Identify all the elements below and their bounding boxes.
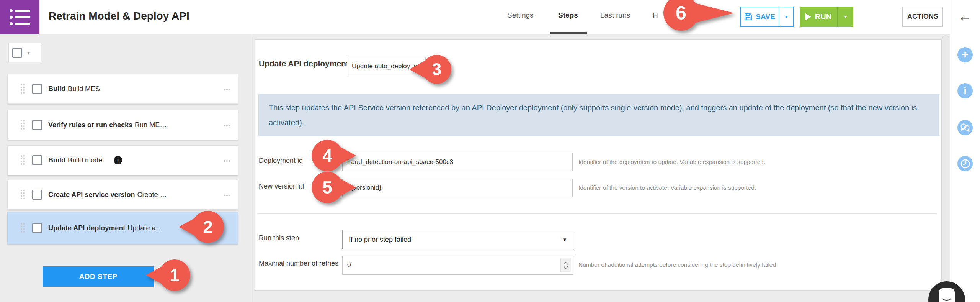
actions-label: ACTIONS bbox=[907, 13, 938, 21]
run-this-step-value: If no prior step failed bbox=[349, 236, 411, 244]
save-floppy-icon bbox=[744, 13, 752, 21]
right-rail bbox=[950, 0, 980, 302]
drag-handle-icon[interactable] bbox=[21, 190, 25, 200]
tab-history[interactable]: H bbox=[653, 11, 658, 20]
step-menu-icon[interactable] bbox=[224, 89, 231, 90]
run-this-step-select[interactable]: If no prior step failed ▼ bbox=[342, 230, 573, 249]
step-settings-panel: Update API deployment This step updates … bbox=[255, 39, 942, 291]
max-retries-label: Maximal number of retries bbox=[259, 259, 338, 268]
deployment-id-input[interactable] bbox=[342, 153, 573, 171]
clock-icon bbox=[960, 159, 970, 169]
save-button[interactable]: SAVE bbox=[741, 7, 779, 26]
active-tab-underline bbox=[550, 32, 587, 34]
top-header: Retrain Model & Deploy API Settings Step… bbox=[0, 0, 950, 34]
new-version-id-label: New version id bbox=[259, 182, 304, 190]
tab-steps[interactable]: Steps bbox=[558, 11, 578, 20]
warning-icon: ! bbox=[114, 156, 122, 164]
step-checkbox[interactable] bbox=[32, 84, 42, 94]
deployment-id-help: Identifier of the deployment to update. … bbox=[578, 159, 765, 166]
scenario-list-icon[interactable] bbox=[0, 0, 39, 34]
page-title: Retrain Model & Deploy API bbox=[49, 10, 189, 22]
step-checkbox[interactable] bbox=[32, 120, 42, 130]
play-icon bbox=[805, 13, 811, 20]
discussions-icon[interactable] bbox=[957, 120, 973, 135]
step-label: Update API deploymentUpdate a… bbox=[48, 224, 162, 232]
plus-icon[interactable]: + bbox=[957, 47, 973, 62]
step-card-build-model[interactable]: BuildBuild model ! bbox=[7, 145, 238, 175]
save-dropdown-button[interactable]: ▼ bbox=[779, 7, 793, 26]
section-divider bbox=[258, 213, 937, 214]
run-label: RUN bbox=[815, 12, 831, 21]
list-icon bbox=[9, 8, 31, 26]
chat-bubbles-icon bbox=[960, 123, 970, 132]
step-label: BuildBuild MES bbox=[48, 85, 100, 93]
step-card-build-mes[interactable]: BuildBuild MES bbox=[7, 74, 238, 104]
add-step-button[interactable]: ADD STEP bbox=[43, 266, 154, 287]
stepper-up-icon bbox=[564, 262, 568, 265]
step-label: Verify rules or run checksRun ME… bbox=[48, 121, 167, 129]
max-retries-field bbox=[342, 256, 573, 275]
drag-handle-icon[interactable] bbox=[21, 84, 25, 94]
scenario-editor-screen: Retrain Model & Deploy API Settings Step… bbox=[0, 0, 980, 302]
save-split-button: SAVE ▼ bbox=[740, 7, 794, 27]
run-this-step-label: Run this step bbox=[259, 234, 299, 242]
step-checkbox[interactable] bbox=[32, 190, 42, 200]
run-dropdown-button[interactable]: ▼ bbox=[838, 7, 853, 27]
annotation-badge-3: 3 bbox=[422, 55, 451, 84]
chevron-down-icon[interactable]: ▼ bbox=[26, 51, 31, 55]
save-label: SAVE bbox=[756, 13, 775, 21]
vertical-scrollbar[interactable] bbox=[942, 35, 949, 289]
annotation-badge-2: 2 bbox=[192, 211, 224, 243]
new-version-id-help: Identifier of the version to activate. V… bbox=[578, 184, 756, 191]
new-version-id-input[interactable] bbox=[342, 179, 573, 197]
step-info-box: This step updates the API Service versio… bbox=[258, 94, 939, 136]
step-label: Create API service versionCreate … bbox=[48, 191, 167, 199]
max-retries-input[interactable] bbox=[342, 256, 573, 275]
max-retries-help: Number of additional attempts before con… bbox=[578, 261, 776, 268]
chevron-down-icon: ▼ bbox=[784, 14, 789, 20]
quantity-stepper[interactable] bbox=[560, 258, 571, 272]
select-all-checkbox[interactable] bbox=[12, 48, 22, 58]
annotation-badge-5: 5 bbox=[312, 172, 343, 203]
history-clock-icon[interactable] bbox=[957, 156, 973, 171]
annotation-badge-4: 4 bbox=[312, 140, 343, 171]
chat-widget-smile bbox=[942, 296, 951, 301]
actions-button[interactable]: ACTIONS bbox=[902, 7, 943, 27]
chevron-down-icon: ▼ bbox=[562, 237, 567, 243]
stepper-down-icon bbox=[564, 266, 568, 269]
step-card-create-api-version[interactable]: Create API service versionCreate … bbox=[7, 180, 238, 210]
step-menu-icon[interactable] bbox=[224, 125, 231, 126]
drag-handle-icon[interactable] bbox=[21, 223, 25, 233]
deployment-id-label: Deployment id bbox=[259, 157, 303, 165]
back-arrow-icon[interactable]: ← bbox=[958, 8, 972, 25]
drag-handle-icon[interactable] bbox=[21, 120, 25, 130]
tab-last-runs[interactable]: Last runs bbox=[600, 11, 630, 20]
run-button[interactable]: RUN bbox=[800, 7, 838, 27]
step-heading: Update API deployment bbox=[259, 59, 349, 68]
select-all-control: ▼ bbox=[8, 43, 41, 62]
run-split-button: RUN ▼ bbox=[800, 7, 853, 27]
step-menu-icon[interactable] bbox=[224, 160, 231, 162]
info-icon[interactable]: i bbox=[957, 83, 973, 98]
annotation-badge-1: 1 bbox=[159, 259, 190, 291]
step-menu-icon[interactable] bbox=[224, 195, 231, 196]
step-card-verify-rules[interactable]: Verify rules or run checksRun ME… bbox=[7, 110, 238, 140]
step-checkbox[interactable] bbox=[32, 155, 42, 165]
tab-settings[interactable]: Settings bbox=[507, 11, 534, 20]
drag-handle-icon[interactable] bbox=[21, 155, 25, 165]
sidebar-divider bbox=[252, 34, 252, 302]
step-label: BuildBuild model bbox=[48, 156, 104, 164]
chevron-down-icon: ▼ bbox=[843, 14, 848, 20]
step-checkbox[interactable] bbox=[32, 223, 42, 233]
